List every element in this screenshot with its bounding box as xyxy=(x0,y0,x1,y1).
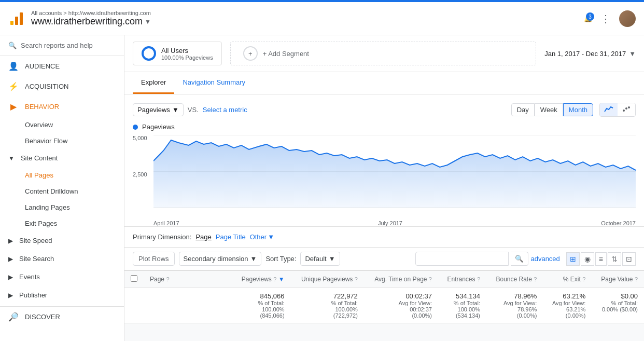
totals-checkbox-cell xyxy=(124,288,144,323)
pv-label: % of Total: xyxy=(598,300,638,306)
avg-time-val: 00:02:37 xyxy=(370,306,432,312)
scatter-chart-view-button[interactable] xyxy=(618,103,635,116)
sidebar-events[interactable]: ▶ Events xyxy=(0,268,124,286)
legend-dot xyxy=(133,125,138,130)
expand-icon: ▶ xyxy=(8,292,13,299)
totals-exit-cell: 63.21% Avg for View: 63.21% (0.00%) xyxy=(543,288,592,323)
site-dropdown-arrow[interactable]: ▼ xyxy=(145,18,151,25)
advanced-link[interactable]: advanced xyxy=(530,255,559,263)
pie-view-button[interactable]: ◉ xyxy=(581,252,594,266)
table-search-button[interactable]: 🔍 xyxy=(511,252,528,266)
tab-navigation-summary[interactable]: Navigation Summary xyxy=(174,72,254,94)
sort-arrow: ▼ xyxy=(329,255,335,263)
segment-bar: All Users 100.00% Pageviews + + Add Segm… xyxy=(124,35,644,72)
page-value-value: $0.00 xyxy=(598,292,638,300)
expand-icon: ▼ xyxy=(8,155,15,162)
top-bar-right: 🔔 3 ⋮ xyxy=(584,10,636,27)
sort-select[interactable]: Default ▼ xyxy=(300,252,340,266)
select-all-checkbox[interactable] xyxy=(131,275,137,282)
bounce-rate-value: 78.96% xyxy=(493,292,537,300)
primary-dim-other[interactable]: Other ▼ xyxy=(250,233,274,241)
pct-exit-value: 63.21% xyxy=(549,292,585,300)
behavior-icon: ▶ xyxy=(8,102,19,112)
sort-type-label: Sort Type: xyxy=(265,255,296,263)
sort-indicator: ▼ xyxy=(278,276,285,283)
th-entrances[interactable]: Entrances ? xyxy=(438,271,486,288)
pageviews-pct-value: 100.00% xyxy=(238,306,284,312)
user-avatar[interactable] xyxy=(619,10,636,27)
secondary-dim-label: Secondary dimension xyxy=(184,255,248,263)
table-search-input[interactable] xyxy=(415,252,509,266)
sidebar-publisher[interactable]: ▶ Publisher xyxy=(0,286,124,304)
custom-view-button[interactable]: ⊡ xyxy=(622,252,636,266)
pageviews-total-value: 845,066 xyxy=(238,292,284,300)
x-label-july: July 2017 xyxy=(378,220,402,226)
entrances-total: (534,134) xyxy=(444,312,480,319)
th-bounce-rate[interactable]: Bounce Rate ? xyxy=(486,271,543,288)
chart-controls-right: Day Week Month xyxy=(511,103,636,117)
line-chart-view-button[interactable] xyxy=(600,103,618,116)
secondary-dim-arrow: ▼ xyxy=(250,255,257,263)
all-users-segment[interactable]: All Users 100.00% Pageviews xyxy=(133,42,222,65)
primary-dim-page-title[interactable]: Page Title xyxy=(216,233,246,241)
unique-pct-value: 100.00% xyxy=(297,306,358,312)
tab-explorer[interactable]: Explorer xyxy=(133,72,174,94)
th-unique-pageviews[interactable]: Unique Pageviews ? xyxy=(291,271,364,288)
sidebar-item-discover[interactable]: 🔎 DISCOVER xyxy=(0,306,124,327)
add-segment-button[interactable]: + + Add Segment xyxy=(230,42,537,65)
sidebar-site-search[interactable]: ▶ Site Search xyxy=(0,250,124,268)
th-pct-exit[interactable]: % Exit ? xyxy=(543,271,592,288)
primary-dim-page[interactable]: Page xyxy=(195,233,211,241)
svg-rect-0 xyxy=(10,21,13,25)
more-menu-button[interactable]: ⋮ xyxy=(600,12,611,25)
secondary-dimension-select[interactable]: Secondary dimension ▼ xyxy=(179,252,262,266)
th-page-value[interactable]: Page Value ? xyxy=(592,271,644,288)
plot-rows-button[interactable]: Plot Rows xyxy=(133,252,175,266)
pivot-view-button[interactable]: ⇅ xyxy=(608,252,621,266)
sidebar-item-exit-pages[interactable]: Exit Pages xyxy=(0,215,124,231)
site-title: www.idratherbewriting.com ▼ xyxy=(31,16,151,27)
expand-icon: ▶ xyxy=(8,237,13,244)
bar-view-button[interactable]: ≡ xyxy=(595,252,607,266)
pageviews-info-icon: ? xyxy=(273,276,276,282)
notification-bell[interactable]: 🔔 3 xyxy=(584,15,592,22)
th-pageviews[interactable]: Pageviews ? ▼ xyxy=(232,271,290,288)
period-day-button[interactable]: Day xyxy=(511,103,535,116)
site-search-label: Site Search xyxy=(19,255,54,263)
th-page[interactable]: Page ? xyxy=(144,271,232,288)
metric-dropdown[interactable]: Pageviews ▼ xyxy=(133,103,184,116)
sidebar-item-content-drilldown[interactable]: Content Drilldown xyxy=(0,183,124,199)
line-chart-icon xyxy=(604,105,613,113)
period-month-button[interactable]: Month xyxy=(563,103,593,116)
sidebar-item-all-pages[interactable]: All Pages xyxy=(0,167,124,183)
metric-dropdown-arrow: ▼ xyxy=(172,106,179,114)
sidebar-item-behavior-flow[interactable]: Behavior Flow xyxy=(0,133,124,149)
sidebar-search[interactable]: 🔍 Search reports and help xyxy=(0,35,124,56)
date-range-button[interactable]: Jan 1, 2017 - Dec 31, 2017 ▼ xyxy=(544,50,636,58)
pageviews-pct-label: % of Total: xyxy=(238,300,284,306)
sidebar-item-behavior[interactable]: ▶ BEHAVIOR xyxy=(0,97,124,117)
avg-time-value: 00:02:37 xyxy=(370,292,432,300)
grid-view-button[interactable]: ⊞ xyxy=(566,252,580,266)
breadcrumb-area: All accounts > http://www.idratherbewrit… xyxy=(31,10,151,27)
chart-legend: Pageviews xyxy=(133,123,636,131)
period-week-button[interactable]: Week xyxy=(535,103,563,116)
avg-time-info-icon: ? xyxy=(429,276,432,282)
search-icon: 🔍 xyxy=(515,255,524,263)
sidebar-item-landing-pages[interactable]: Landing Pages xyxy=(0,199,124,215)
sidebar-item-acquisition-label: ACQUISITION xyxy=(25,83,69,90)
x-label-october: October 2017 xyxy=(601,220,636,226)
sidebar-item-overview[interactable]: Overview xyxy=(0,117,124,133)
th-avg-time[interactable]: Avg. Time on Page ? xyxy=(364,271,438,288)
y-label-5000: 5,000 xyxy=(133,135,153,141)
chart-controls: Pageviews ▼ VS. Select a metric Day Week… xyxy=(133,103,636,117)
metric-label: Pageviews xyxy=(137,106,170,114)
select-metric-link[interactable]: Select a metric xyxy=(203,106,247,114)
unique-total-value: 722,972 xyxy=(297,292,358,300)
sidebar-item-acquisition[interactable]: ⚡ ACQUISITION xyxy=(0,76,124,97)
sidebar-item-audience[interactable]: 👤 AUDIENCE xyxy=(0,56,124,76)
content-area: All Users 100.00% Pageviews + + Add Segm… xyxy=(124,35,644,341)
exit-pct: (0.00%) xyxy=(549,312,585,319)
sidebar-site-speed[interactable]: ▶ Site Speed xyxy=(0,231,124,250)
sidebar-site-content[interactable]: ▼ Site Content xyxy=(0,149,124,167)
